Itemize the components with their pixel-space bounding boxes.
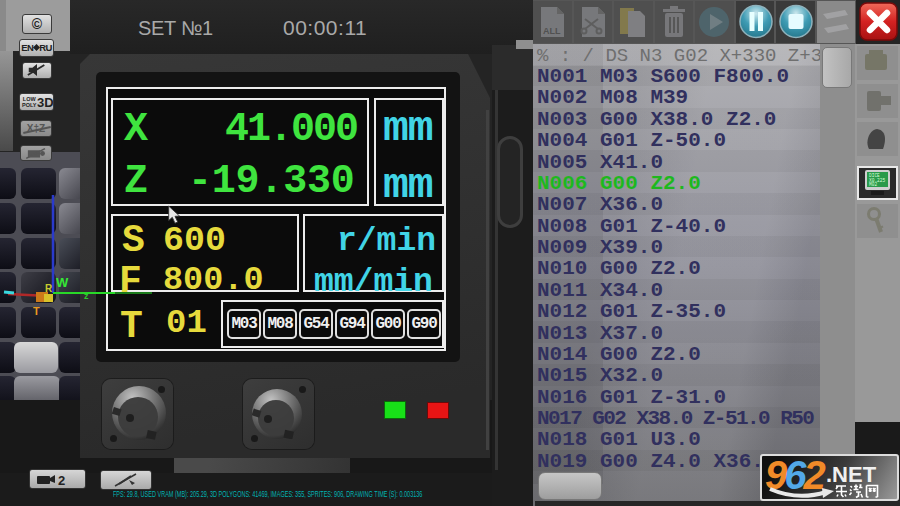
svg-text:z: z — [84, 291, 89, 301]
svg-text:R: R — [45, 283, 53, 294]
svg-text:M02: M02 — [869, 182, 877, 187]
svg-text:ALL: ALL — [543, 26, 561, 36]
svg-text:2: 2 — [58, 473, 65, 488]
svg-text:W: W — [56, 275, 69, 290]
svg-text:.NET: .NET — [826, 462, 877, 487]
svg-text:T: T — [33, 305, 40, 317]
